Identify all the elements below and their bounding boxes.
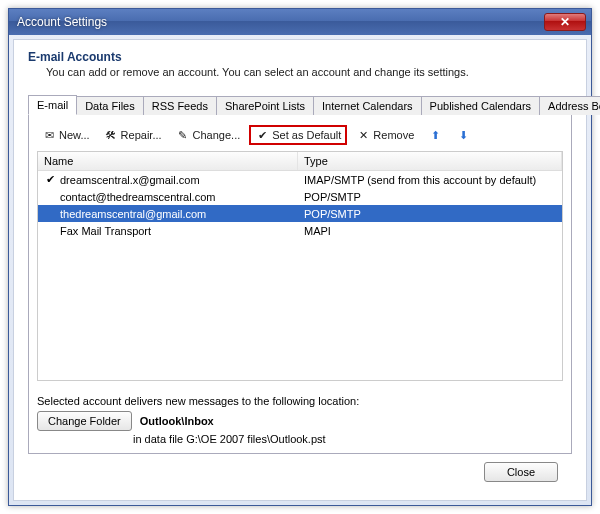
account-name: Fax Mail Transport [60, 225, 151, 237]
list-row[interactable]: thedreamscentral@gmail.com POP/SMTP [38, 205, 562, 222]
tab-email[interactable]: E-mail [28, 95, 77, 115]
remove-icon: ✕ [356, 128, 370, 142]
change-label: Change... [193, 129, 241, 141]
col-header-type[interactable]: Type [298, 152, 562, 170]
titlebar: Account Settings ✕ [9, 9, 591, 35]
default-check-icon: ✔ [44, 173, 56, 186]
account-type: IMAP/SMTP (send from this account by def… [298, 174, 562, 186]
new-label: New... [59, 129, 90, 141]
set-default-label: Set as Default [272, 129, 341, 141]
change-folder-button[interactable]: Change Folder [37, 411, 132, 431]
repair-button[interactable]: 🛠 Repair... [99, 126, 167, 144]
tab-published-calendars[interactable]: Published Calendars [421, 96, 541, 115]
account-name: contact@thedreamscentral.com [60, 191, 215, 203]
tab-body-email: ✉ New... 🛠 Repair... ✎ Change... ✔ Set a… [28, 115, 572, 454]
accounts-list[interactable]: Name Type ✔ dreamscentral.x@gmail.com IM… [37, 151, 563, 381]
account-type: POP/SMTP [298, 191, 562, 203]
move-up-button[interactable]: ⬆ [423, 126, 447, 144]
tab-data-files[interactable]: Data Files [76, 96, 144, 115]
close-button[interactable]: Close [484, 462, 558, 482]
remove-button[interactable]: ✕ Remove [351, 126, 419, 144]
window-close-button[interactable]: ✕ [544, 13, 586, 31]
account-name: thedreamscentral@gmail.com [60, 208, 206, 220]
move-down-button[interactable]: ⬇ [451, 126, 475, 144]
tab-sharepoint-lists[interactable]: SharePoint Lists [216, 96, 314, 115]
account-type: POP/SMTP [298, 208, 562, 220]
toolbar: ✉ New... 🛠 Repair... ✎ Change... ✔ Set a… [37, 123, 563, 151]
delivery-datafile: in data file G:\OE 2007 files\Outlook.ps… [133, 433, 563, 445]
new-icon: ✉ [42, 128, 56, 142]
page-description: You can add or remove an account. You ca… [46, 66, 572, 78]
change-button[interactable]: ✎ Change... [171, 126, 246, 144]
col-header-name[interactable]: Name [38, 152, 298, 170]
footer-bar: Close [28, 454, 572, 490]
change-icon: ✎ [176, 128, 190, 142]
tab-internet-calendars[interactable]: Internet Calendars [313, 96, 422, 115]
page-title: E-mail Accounts [28, 50, 572, 64]
repair-label: Repair... [121, 129, 162, 141]
new-button[interactable]: ✉ New... [37, 126, 95, 144]
content-area: E-mail Accounts You can add or remove an… [13, 39, 587, 501]
arrow-up-icon: ⬆ [428, 128, 442, 142]
list-row[interactable]: Fax Mail Transport MAPI [38, 222, 562, 239]
account-name: dreamscentral.x@gmail.com [60, 174, 200, 186]
delivery-label: Selected account delivers new messages t… [37, 395, 563, 407]
window-title: Account Settings [17, 15, 544, 29]
close-icon: ✕ [560, 15, 570, 29]
tabs: E-mail Data Files RSS Feeds SharePoint L… [28, 94, 572, 115]
list-header: Name Type [38, 152, 562, 171]
set-default-button[interactable]: ✔ Set as Default [249, 125, 347, 145]
account-type: MAPI [298, 225, 562, 237]
remove-label: Remove [373, 129, 414, 141]
tab-address-books[interactable]: Address Books [539, 96, 600, 115]
list-row[interactable]: contact@thedreamscentral.com POP/SMTP [38, 188, 562, 205]
delivery-section: Selected account delivers new messages t… [37, 395, 563, 445]
set-default-icon: ✔ [255, 128, 269, 142]
tab-rss-feeds[interactable]: RSS Feeds [143, 96, 217, 115]
repair-icon: 🛠 [104, 128, 118, 142]
delivery-location: Outlook\Inbox [140, 415, 214, 427]
arrow-down-icon: ⬇ [456, 128, 470, 142]
list-row[interactable]: ✔ dreamscentral.x@gmail.com IMAP/SMTP (s… [38, 171, 562, 188]
account-settings-window: Account Settings ✕ E-mail Accounts You c… [8, 8, 592, 506]
